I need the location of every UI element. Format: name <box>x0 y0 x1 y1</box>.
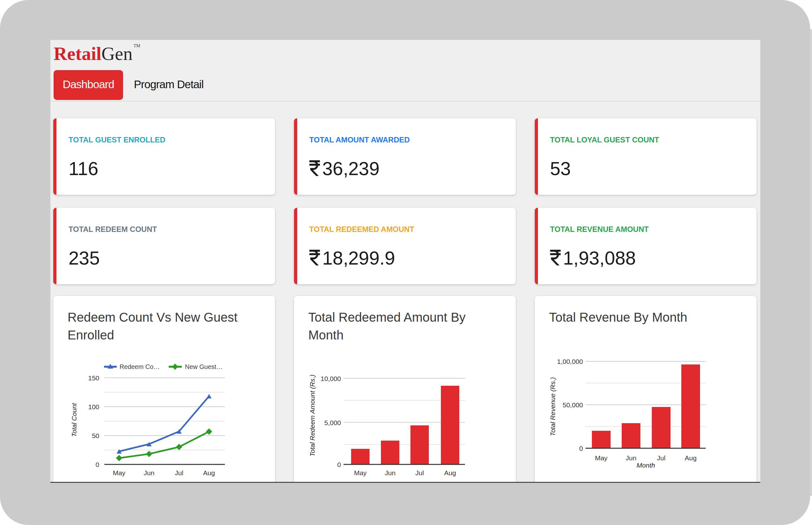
svg-text:Month: Month <box>636 462 655 469</box>
svg-text:Jun: Jun <box>144 469 154 477</box>
svg-text:50,000: 50,000 <box>563 401 583 409</box>
svg-text:100: 100 <box>88 403 99 410</box>
svg-text:10,000: 10,000 <box>321 375 341 382</box>
svg-text:Jul: Jul <box>657 454 665 462</box>
svg-text:Total Redeem Amount (Rs.): Total Redeem Amount (Rs.) <box>309 375 316 457</box>
svg-text:0: 0 <box>579 445 583 452</box>
svg-text:May: May <box>595 454 608 462</box>
svg-text:Jul: Jul <box>416 469 424 477</box>
svg-text:Jul: Jul <box>175 469 183 477</box>
svg-text:Aug: Aug <box>685 454 696 462</box>
svg-text:0: 0 <box>95 461 99 468</box>
svg-text:1,00,000: 1,00,000 <box>557 358 583 365</box>
svg-text:Aug: Aug <box>203 469 215 477</box>
svg-text:50: 50 <box>92 432 99 439</box>
svg-text:May: May <box>113 469 125 477</box>
svg-text:Total Revenue (Rs.): Total Revenue (Rs.) <box>549 377 556 436</box>
svg-text:Aug: Aug <box>444 469 456 477</box>
svg-text:Jun: Jun <box>626 454 636 462</box>
svg-text:Redeem Co…: Redeem Co… <box>120 363 160 370</box>
svg-text:New Guest…: New Guest… <box>185 363 223 370</box>
svg-text:Jun: Jun <box>385 469 395 477</box>
svg-text:0: 0 <box>337 461 341 468</box>
svg-text:5,000: 5,000 <box>324 419 341 426</box>
svg-text:150: 150 <box>88 374 99 381</box>
svg-text:Total Count: Total Count <box>71 403 78 437</box>
svg-text:May: May <box>354 469 367 477</box>
